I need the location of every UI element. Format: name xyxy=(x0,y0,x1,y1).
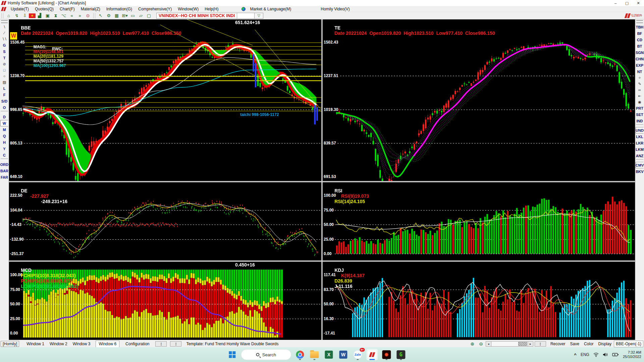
gear-icon[interactable]: ⚙ xyxy=(105,13,113,19)
homily-status-box[interactable]: [Homily] xyxy=(1,341,19,347)
tray-clock[interactable]: 7:32 AM 25/10/2022 xyxy=(623,350,641,359)
tool-s[interactable]: S xyxy=(0,48,9,55)
period-q[interactable]: Q xyxy=(0,133,9,139)
period-spinner[interactable]: ▴▾ xyxy=(155,341,167,347)
scroll-left-icon[interactable]: ◂ xyxy=(486,341,491,347)
mode-bar[interactable]: BAR xyxy=(0,168,9,174)
folder-open-icon[interactable]: ▱ xyxy=(137,13,145,19)
pointer-icon[interactable]: ↖ xyxy=(97,13,105,19)
download-icon[interactable]: ⇩ xyxy=(21,13,29,19)
tab-window-1[interactable]: Window 1 xyxy=(24,342,47,346)
chart-panel-kdj[interactable]: KDJ K(9)14.187 D26.839 J-11.116 117.4183… xyxy=(323,262,635,340)
rsb-nt[interactable]: NT xyxy=(635,68,644,75)
tool-g[interactable]: G xyxy=(0,42,9,48)
menu-item-2[interactable]: Quotes(Q) xyxy=(32,7,57,11)
te-chart-canvas[interactable] xyxy=(323,19,635,181)
toolbar-grip2[interactable] xyxy=(93,13,95,18)
wifi-icon[interactable] xyxy=(593,352,599,357)
count-spinner[interactable]: ▴▾ xyxy=(170,341,181,347)
display-button[interactable]: Display xyxy=(596,342,614,346)
taskbar-g-app[interactable]: G xyxy=(395,349,407,360)
menu-item-homily-video[interactable]: Homily Video(V) xyxy=(318,7,353,11)
taskbar-video-app[interactable] xyxy=(381,349,392,360)
taskbar-search[interactable]: Search xyxy=(241,349,291,360)
rsb-set[interactable]: SET xyxy=(635,111,644,118)
multiline-icon[interactable]: ∖∖ xyxy=(0,36,9,42)
period-y[interactable]: Y xyxy=(0,145,9,152)
period-c[interactable]: C xyxy=(0,152,9,158)
menu-item-4[interactable]: Material(Z) xyxy=(78,7,103,11)
rewind-icon[interactable]: « xyxy=(68,13,76,19)
taskbar-excel[interactable]: X xyxy=(323,349,334,360)
rsb-ind[interactable]: IND xyxy=(635,118,644,124)
language-indicator[interactable]: ENG xyxy=(581,352,589,357)
kdj-chart-canvas[interactable] xyxy=(323,262,635,340)
tool-f[interactable]: F xyxy=(0,92,9,98)
edit-chart-icon[interactable]: ▣ xyxy=(44,13,52,19)
rsb-lkr[interactable]: LKR xyxy=(635,140,644,146)
period-w[interactable]: W xyxy=(0,120,8,126)
hourglass-icon[interactable]: ⧗ xyxy=(52,13,60,19)
mode-indicator[interactable]: BBE-Open(-1) xyxy=(614,341,643,347)
power-icon[interactable]: ⊙ xyxy=(84,13,92,19)
symbol-search-box[interactable]: VNINDEX--HO CHI MINH STOCK INDI xyxy=(156,13,237,19)
menu-item-market-language[interactable]: Market & Language(M) xyxy=(247,7,294,11)
minimize-button[interactable]: – xyxy=(610,0,621,6)
rsb-anz[interactable]: ANZ xyxy=(635,153,644,159)
window-grid-icon[interactable]: ▦ xyxy=(113,13,121,19)
rsb-lkm[interactable]: LKM xyxy=(635,146,644,153)
binoculars-icon[interactable]: ∞ xyxy=(635,87,644,93)
sidebar-grip[interactable] xyxy=(1,20,8,23)
scrollbar-thumb[interactable] xyxy=(518,342,527,346)
period-h[interactable]: H xyxy=(0,139,9,145)
scrollbar-track[interactable] xyxy=(491,341,528,347)
chart-panel-mcd[interactable]: MCD FCHIPS(10)8.318(32.043) PCHIPS(10)0.… xyxy=(9,262,321,340)
period-d[interactable]: D xyxy=(0,114,9,120)
rsb-bf[interactable]: BF xyxy=(635,30,644,37)
cart-icon[interactable]: ⊞▾ xyxy=(121,13,129,19)
rsb-tbh[interactable]: TBH xyxy=(635,24,644,30)
color-button[interactable]: Color xyxy=(582,342,596,346)
zoom-in-icon[interactable]: ⊕ xyxy=(470,341,474,347)
tool-sd[interactable]: S/D xyxy=(0,98,9,104)
goto-start-icon[interactable]: ⇤ xyxy=(635,93,644,99)
maximize-button[interactable]: ▢ xyxy=(621,0,633,6)
volume-icon[interactable] xyxy=(603,352,608,357)
compass-icon[interactable]: ✧ xyxy=(635,75,644,81)
rsb-cd[interactable]: CD xyxy=(635,37,644,43)
globe-pin-icon[interactable]: ◉ xyxy=(635,99,644,105)
menu-item-5[interactable]: Information(G) xyxy=(103,7,135,11)
rsb-lkl[interactable]: LKL xyxy=(635,133,644,140)
tab-window-6[interactable]: Window 6 xyxy=(96,341,119,347)
tool-l[interactable]: L xyxy=(0,85,9,92)
folder-icon[interactable]: ▭ xyxy=(129,13,137,19)
chart-panel-te[interactable]: TE Date 20221024 Open1019.820 High1023.5… xyxy=(323,19,635,181)
wave-badge[interactable]: W xyxy=(10,32,17,40)
mode-far[interactable]: FAR xyxy=(0,174,9,180)
tool-t[interactable]: T xyxy=(0,55,9,61)
monitor-icon[interactable]: ▢ xyxy=(145,13,153,19)
configuration-button[interactable]: Configuration xyxy=(123,342,152,346)
rsb-exp[interactable]: EXP xyxy=(635,62,644,68)
menu-item-6[interactable]: Comprehensive(Y) xyxy=(135,7,175,11)
start-button[interactable] xyxy=(226,349,238,360)
rsb-prt[interactable]: PRT xyxy=(635,105,644,111)
trendline-icon[interactable]: ∖ xyxy=(0,24,9,30)
symbol-input[interactable] xyxy=(237,13,255,19)
fast-forward-icon[interactable]: » xyxy=(76,13,84,19)
fillrect-tool-icon[interactable]: ▨ xyxy=(0,79,9,85)
rsb-chn[interactable]: CHN xyxy=(635,56,644,62)
ellipse-tool-icon[interactable]: ○ xyxy=(0,73,9,79)
network-icon[interactable]: ⌥ xyxy=(60,13,68,19)
symbol-dropdown-icon[interactable]: ▽ xyxy=(255,13,263,19)
taskbar-zalo[interactable]: Zalo5+ xyxy=(352,349,363,360)
bars-spinner[interactable]: ▴▾ xyxy=(535,341,546,347)
close-button[interactable]: ✕ xyxy=(633,0,644,6)
tab-window-3[interactable]: Window 3 xyxy=(70,342,93,346)
home-icon[interactable]: ⌂ xyxy=(5,13,13,19)
toolbar-grip[interactable] xyxy=(1,13,3,18)
taskbar-chrome[interactable] xyxy=(294,349,306,360)
save-button[interactable]: Save xyxy=(568,342,582,346)
chart-hscrollbar[interactable]: ◂ ▸ xyxy=(486,341,533,347)
chart-panel-bbe[interactable]: BBE Date 20221024 Open1019.820 High1023.… xyxy=(9,19,321,181)
